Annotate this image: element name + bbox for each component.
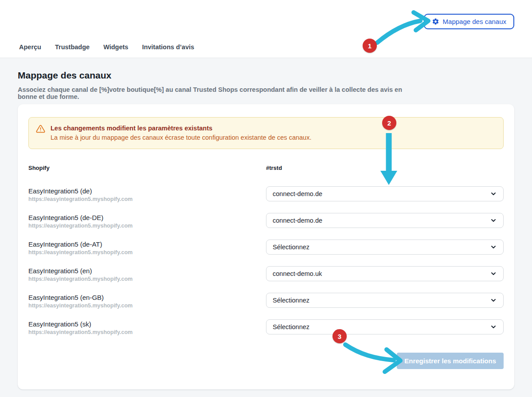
shop-info: EasyIntegration5 (en) https://easyintegr… — [28, 266, 266, 283]
page-title: Mappage des canaux — [18, 70, 111, 81]
tab-apercu[interactable]: Aperçu — [19, 42, 41, 52]
table-row: EasyIntegration5 (de-DE) https://easyint… — [28, 213, 504, 240]
column-headers: Shopify #trstd — [28, 165, 504, 171]
mapping-button-label: Mappage des canaux — [443, 18, 506, 25]
channel-select-value: connect-demo.uk — [273, 270, 322, 277]
table-row: EasyIntegration5 (en-GB) https://easyint… — [28, 293, 504, 319]
shop-name: EasyIntegration5 (sk) — [28, 320, 266, 328]
mapping-rows: EasyIntegration5 (de) https://easyintegr… — [28, 186, 504, 346]
channel-select-sk[interactable]: Sélectionnez — [266, 319, 504, 334]
warning-banner: Les changements modifient les paramètres… — [28, 117, 504, 149]
shop-info: EasyIntegration5 (en-GB) https://easyint… — [28, 293, 266, 309]
channel-select-en-GB[interactable]: Sélectionnez — [266, 293, 504, 308]
shop-name: EasyIntegration5 (de) — [28, 187, 266, 195]
shop-info: EasyIntegration5 (sk) https://easyintegr… — [28, 319, 266, 336]
shop-url: https://easyintegration5.myshopify.com — [28, 275, 266, 283]
tab-trustbadge[interactable]: Trustbadge — [55, 42, 90, 52]
channel-select-value: Sélectionnez — [273, 244, 309, 251]
shop-url: https://easyintegration5.myshopify.com — [28, 329, 266, 336]
shop-url: https://easyintegration5.myshopify.com — [28, 302, 266, 309]
shop-url: https://easyintegration5.myshopify.com — [28, 196, 266, 203]
warning-triangle-icon — [36, 124, 45, 135]
save-button[interactable]: Enregistrer les modifications — [397, 353, 504, 369]
shop-url: https://easyintegration5.myshopify.com — [28, 249, 266, 256]
channel-select-de-AT[interactable]: Sélectionnez — [266, 240, 504, 255]
page-subtitle: Associez chaque canal de [%]votre boutiq… — [18, 86, 417, 100]
chevron-down-icon — [490, 217, 497, 224]
save-row: Enregistrer les modifications — [397, 353, 504, 369]
shop-name: EasyIntegration5 (en) — [28, 267, 266, 275]
warning-title: Les changements modifient les paramètres… — [51, 124, 311, 133]
header: Mappage des canaux Aperçu Trustbadge Wid… — [0, 0, 532, 58]
column-header-trstd: #trstd — [266, 165, 504, 171]
tab-bar: Aperçu Trustbadge Widgets Invitations d’… — [19, 42, 194, 52]
table-row: EasyIntegration5 (de-AT) https://easyint… — [28, 240, 504, 266]
chevron-down-icon — [490, 297, 497, 304]
channel-mapping-card: Les changements modifient les paramètres… — [18, 104, 514, 389]
shop-info: EasyIntegration5 (de-AT) https://easyint… — [28, 240, 266, 256]
chevron-down-icon — [490, 244, 497, 251]
channel-mapping-screen: Mappage des canaux Aperçu Trustbadge Wid… — [0, 0, 532, 397]
channel-select-value: Sélectionnez — [273, 297, 309, 304]
shop-info: EasyIntegration5 (de) https://easyintegr… — [28, 186, 266, 203]
shop-name: EasyIntegration5 (en-GB) — [28, 293, 266, 302]
mapping-des-canaux-button[interactable]: Mappage des canaux — [424, 14, 514, 29]
shop-info: EasyIntegration5 (de-DE) https://easyint… — [28, 213, 266, 229]
table-row: EasyIntegration5 (sk) https://easyintegr… — [28, 319, 504, 346]
shop-url: https://easyintegration5.myshopify.com — [28, 222, 266, 229]
channel-select-de[interactable]: connect-demo.de — [266, 186, 504, 201]
column-header-shopify: Shopify — [28, 165, 266, 171]
table-row: EasyIntegration5 (en) https://easyintegr… — [28, 266, 504, 293]
channel-select-value: Sélectionnez — [273, 323, 309, 330]
channel-select-value: connect-demo.de — [273, 190, 322, 197]
channel-select-en[interactable]: connect-demo.uk — [266, 266, 504, 281]
tab-widgets[interactable]: Widgets — [103, 42, 128, 52]
chevron-down-icon — [490, 270, 497, 277]
shop-name: EasyIntegration5 (de-DE) — [28, 213, 266, 222]
gear-icon — [432, 18, 439, 25]
chevron-down-icon — [490, 323, 497, 330]
warning-text: Les changements modifient les paramètres… — [51, 124, 311, 142]
tab-invitations-avis[interactable]: Invitations d’avis — [142, 42, 194, 52]
warning-description: La mise à jour du mappage des canaux écr… — [51, 133, 311, 142]
shop-name: EasyIntegration5 (de-AT) — [28, 240, 266, 248]
channel-select-de-DE[interactable]: connect-demo.de — [266, 213, 504, 228]
chevron-down-icon — [490, 190, 497, 197]
channel-select-value: connect-demo.de — [273, 217, 322, 224]
table-row: EasyIntegration5 (de) https://easyintegr… — [28, 186, 504, 213]
